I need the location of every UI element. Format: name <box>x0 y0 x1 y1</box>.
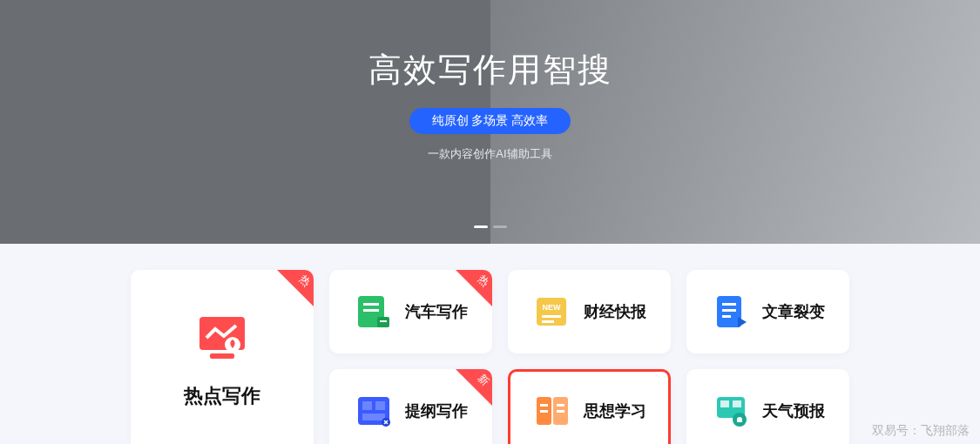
chart-monitor-icon <box>194 313 250 362</box>
card-hot-writing[interactable]: 热 热点写作 <box>131 270 314 444</box>
svg-rect-14 <box>722 309 736 312</box>
book-orange-icon <box>533 394 571 428</box>
card-outline-writing[interactable]: 新 提纲写作 <box>329 369 492 444</box>
card-label: 思想学习 <box>584 400 646 421</box>
hero-pill: 纯原创 多场景 高效率 <box>409 108 571 134</box>
svg-rect-4 <box>363 303 379 306</box>
svg-rect-15 <box>722 315 731 318</box>
card-article-split[interactable]: 文章裂变 <box>686 270 849 353</box>
svg-rect-10 <box>542 315 561 318</box>
svg-rect-13 <box>722 303 736 306</box>
card-car-writing[interactable]: 热 汽车写作 <box>329 270 492 353</box>
card-thought-study[interactable]: 思想学习 <box>508 369 671 444</box>
card-finance-news[interactable]: NEW 财经快报 <box>508 270 671 353</box>
doc-blue-icon <box>712 294 750 329</box>
card-weather[interactable]: 天气预报 <box>686 369 849 444</box>
svg-rect-23 <box>540 404 548 407</box>
svg-rect-11 <box>542 320 554 323</box>
svg-rect-26 <box>557 410 564 413</box>
card-label: 天气预报 <box>762 400 825 421</box>
svg-rect-19 <box>362 414 385 420</box>
doc-green-icon <box>355 294 393 329</box>
svg-rect-28 <box>720 400 729 407</box>
svg-rect-18 <box>375 401 385 410</box>
svg-rect-5 <box>363 309 379 312</box>
hero-subtitle: 一款内容创作AI辅助工具 <box>428 146 551 162</box>
svg-text:NEW: NEW <box>542 303 561 312</box>
svg-rect-29 <box>733 400 741 407</box>
watermark: 双易号：飞翔部落 <box>872 423 970 439</box>
svg-rect-25 <box>557 404 564 407</box>
svg-rect-24 <box>540 410 548 413</box>
grid-blue-icon <box>355 394 393 428</box>
hero-title: 高效写作用智搜 <box>368 48 612 92</box>
feature-grid: 热 热点写作 热 汽车写作 NEW 财经快报 文章裂变 新 提纲写作 <box>0 244 980 444</box>
card-label: 文章裂变 <box>762 301 825 322</box>
new-ribbon: 新 <box>456 369 492 406</box>
news-yellow-icon: NEW <box>533 294 571 329</box>
hot-ribbon: 热 <box>277 270 314 306</box>
hero-banner: 高效写作用智搜 纯原创 多场景 高效率 一款内容创作AI辅助工具 <box>0 0 980 244</box>
card-teal-icon <box>712 394 750 428</box>
svg-rect-17 <box>362 401 372 410</box>
hot-ribbon: 热 <box>456 270 492 306</box>
card-label: 热点写作 <box>184 383 260 409</box>
carousel-dots[interactable] <box>474 225 507 228</box>
svg-rect-7 <box>380 320 387 322</box>
card-label: 财经快报 <box>584 301 646 322</box>
svg-rect-1 <box>210 353 234 359</box>
